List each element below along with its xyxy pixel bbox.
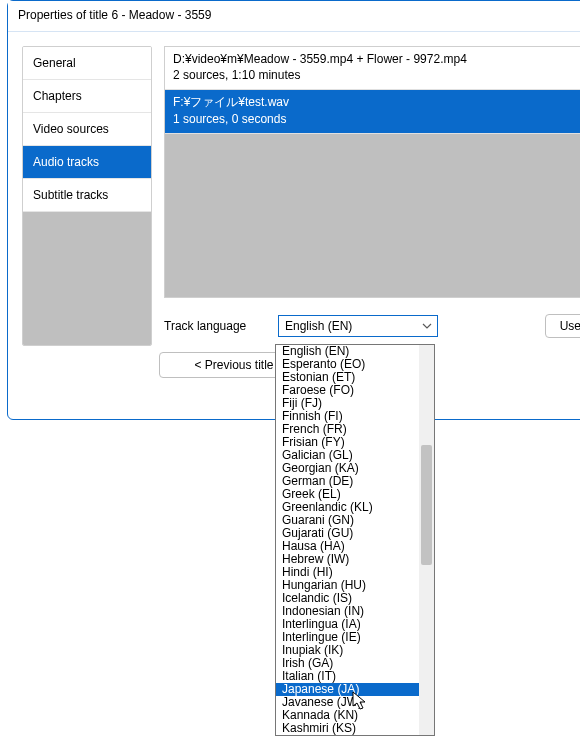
track-row[interactable]: F:¥ファイル¥test.wav 1 sources, 0 seconds bbox=[165, 90, 580, 133]
language-option[interactable]: Icelandic (IS) bbox=[276, 592, 419, 605]
tab-video-sources[interactable]: Video sources bbox=[23, 113, 151, 146]
track-info: 2 sources, 1:10 minutes bbox=[173, 67, 580, 83]
audio-track-list[interactable]: D:¥video¥m¥Meadow - 3559.mp4 + Flower - … bbox=[164, 46, 580, 298]
language-option[interactable]: Hebrew (IW) bbox=[276, 553, 419, 566]
scrollbar-thumb[interactable] bbox=[421, 445, 432, 565]
language-option[interactable]: Javanese (JW) bbox=[276, 696, 419, 709]
chevron-down-icon bbox=[419, 318, 435, 334]
track-path: F:¥ファイル¥test.wav bbox=[173, 94, 580, 110]
tab-subtitle-tracks[interactable]: Subtitle tracks bbox=[23, 179, 151, 212]
track-language-label: Track language bbox=[164, 319, 264, 333]
language-option[interactable]: Gujarati (GU) bbox=[276, 527, 419, 540]
dropdown-scrollbar[interactable] bbox=[419, 345, 434, 735]
language-option[interactable]: Hindi (HI) bbox=[276, 566, 419, 579]
language-option[interactable]: Esperanto (EO) bbox=[276, 358, 419, 371]
language-option[interactable]: Georgian (KA) bbox=[276, 462, 419, 475]
track-row[interactable]: D:¥video¥m¥Meadow - 3559.mp4 + Flower - … bbox=[165, 47, 580, 90]
language-option[interactable]: Hausa (HA) bbox=[276, 540, 419, 553]
track-language-row: Track language English (EN) Use a bbox=[164, 314, 580, 338]
language-option[interactable]: Frisian (FY) bbox=[276, 436, 419, 449]
dropdown-options: English (EN)Esperanto (EO)Estonian (ET)F… bbox=[276, 345, 419, 735]
language-option[interactable]: Indonesian (IN) bbox=[276, 605, 419, 618]
language-option[interactable]: English (EN) bbox=[276, 345, 419, 358]
language-option[interactable]: Faroese (FO) bbox=[276, 384, 419, 397]
use-as-default-button[interactable]: Use a bbox=[545, 314, 580, 338]
language-option[interactable]: Greek (EL) bbox=[276, 488, 419, 501]
tab-general[interactable]: General bbox=[23, 47, 151, 80]
language-option[interactable]: Japanese (JA) bbox=[276, 683, 419, 696]
language-option[interactable]: Interlingue (IE) bbox=[276, 631, 419, 644]
language-option[interactable]: Guarani (GN) bbox=[276, 514, 419, 527]
language-option[interactable]: French (FR) bbox=[276, 423, 419, 436]
language-option[interactable]: German (DE) bbox=[276, 475, 419, 488]
language-option[interactable]: Inupiak (IK) bbox=[276, 644, 419, 657]
language-option[interactable]: Hungarian (HU) bbox=[276, 579, 419, 592]
side-tabs: General Chapters Video sources Audio tra… bbox=[22, 46, 152, 346]
language-dropdown-list[interactable]: English (EN)Esperanto (EO)Estonian (ET)F… bbox=[275, 344, 435, 736]
tab-audio-tracks[interactable]: Audio tracks bbox=[23, 146, 151, 179]
track-path: D:¥video¥m¥Meadow - 3559.mp4 + Flower - … bbox=[173, 51, 580, 67]
language-option[interactable]: Galician (GL) bbox=[276, 449, 419, 462]
language-option[interactable]: Fiji (FJ) bbox=[276, 397, 419, 410]
tab-chapters[interactable]: Chapters bbox=[23, 80, 151, 113]
track-language-combobox[interactable]: English (EN) bbox=[278, 315, 438, 337]
window-title: Properties of title 6 - Meadow - 3559 bbox=[8, 1, 580, 32]
language-option[interactable]: Kashmiri (KS) bbox=[276, 722, 419, 735]
combobox-value: English (EN) bbox=[285, 319, 352, 333]
language-option[interactable]: Interlingua (IA) bbox=[276, 618, 419, 631]
language-option[interactable]: Kannada (KN) bbox=[276, 709, 419, 722]
language-option[interactable]: Irish (GA) bbox=[276, 657, 419, 670]
language-option[interactable]: Greenlandic (KL) bbox=[276, 501, 419, 514]
tabs-filler bbox=[23, 212, 151, 345]
language-option[interactable]: Finnish (FI) bbox=[276, 410, 419, 423]
language-option[interactable]: Italian (IT) bbox=[276, 670, 419, 683]
track-info: 1 sources, 0 seconds bbox=[173, 111, 580, 127]
language-option[interactable]: Estonian (ET) bbox=[276, 371, 419, 384]
